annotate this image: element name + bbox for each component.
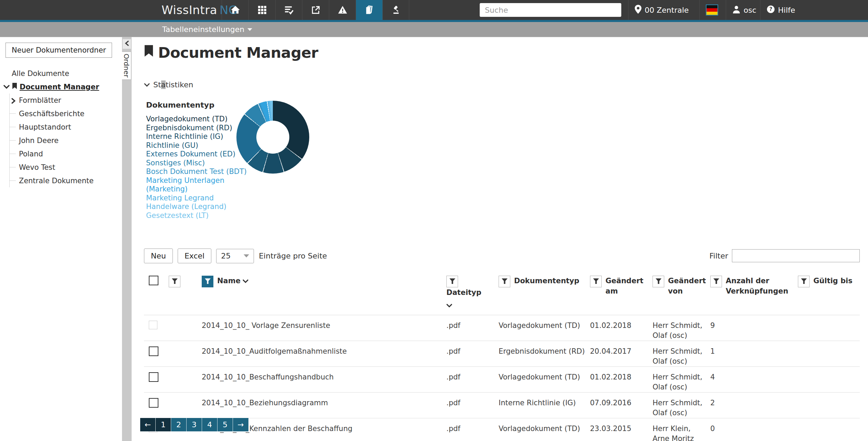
tree-item-gesch-ftsberichte[interactable]: Geschäftsberichte (10, 107, 119, 120)
column-header-name[interactable]: Name (202, 274, 446, 315)
collapse-sidebar-button[interactable] (123, 39, 131, 49)
table-settings-dropdown[interactable]: Tabelleneinstellungen (162, 25, 252, 34)
page-size-select[interactable]: 25 (216, 249, 254, 263)
row-checkbox[interactable] (149, 346, 158, 356)
legend-item[interactable]: Vorlagedokument (TD) (146, 115, 251, 124)
nav-tasks-button[interactable] (275, 0, 302, 20)
legend-item[interactable]: Ergebnisdokument (RD) (146, 124, 251, 133)
tree-line (10, 180, 16, 181)
gueltig-bis-filter-button[interactable] (798, 276, 810, 287)
nav-risks-button[interactable] (329, 0, 356, 20)
previous-page-button[interactable]: ← (140, 418, 156, 431)
column-header-dokumententyp[interactable]: Dokumententyp (499, 274, 590, 315)
tree-item-wevo-test[interactable]: Wevo Test (10, 161, 119, 174)
folder-panel-tab[interactable]: Ordner (122, 52, 131, 80)
row-checkbox[interactable] (149, 372, 158, 382)
column-header-geaendert-am[interactable]: Geändert am (590, 274, 653, 315)
nav-stamp-button[interactable] (382, 0, 409, 20)
chevron-right-icon[interactable] (11, 97, 16, 106)
tree-item-john-deere[interactable]: John Deere (10, 134, 119, 147)
statistics-label: Statistiken (153, 80, 193, 89)
sidebar-splitter[interactable] (122, 37, 132, 441)
row-checkbox[interactable] (149, 398, 158, 408)
legend-item[interactable]: Interne Richtlinie (IG) (146, 132, 251, 141)
location-selector[interactable]: 00 Zentrale (628, 0, 695, 20)
nav-apps-button[interactable] (248, 0, 275, 20)
filetype-cell: .pdf (446, 315, 499, 341)
table-row[interactable]: 2014_10_10_Beziehungsdiagramm .pdf Inter… (144, 393, 860, 418)
documents-table: Name Dateityp (144, 274, 860, 441)
filetype-cell: .pdf (446, 367, 499, 393)
tree-item-label: Formblätter (19, 96, 61, 104)
doctype-cell: Ergebnisdokument (RD) (499, 341, 590, 367)
document-name-cell[interactable]: 2014_10_10_Beziehungsdiagramm (202, 393, 446, 418)
new-document-button[interactable]: Neu (144, 249, 173, 263)
nav-share-button[interactable] (302, 0, 329, 20)
legend-item[interactable]: Marketing Unterlagen (Marketing) (146, 176, 251, 194)
tree-item-hauptstandort[interactable]: Hauptstandort (10, 120, 119, 134)
page-button-3[interactable]: 3 (187, 418, 202, 431)
table-settings-label: Tabelleneinstellungen (162, 25, 244, 34)
table-row[interactable]: 2014_10_10_ Vorlage Zensurenliste .pdf V… (144, 315, 860, 341)
column-header-anzahl-verknuepfungen[interactable]: Anzahl der Verknüpfungen (710, 274, 798, 315)
legend-item[interactable]: Bosch Dokument Test (BDT) (146, 167, 251, 176)
column-header-dateityp[interactable]: Dateityp (446, 274, 499, 315)
filetype-cell: .pdf (446, 393, 499, 418)
filter-funnel-icon (656, 276, 661, 287)
legend-item[interactable]: Handelware (Legrand) (146, 202, 251, 211)
next-page-button[interactable]: → (233, 418, 248, 431)
name-filter-button[interactable] (202, 276, 213, 287)
legend-item[interactable]: Richtlinie (GU) (146, 141, 251, 150)
tree-item-poland[interactable]: Poland (10, 147, 119, 161)
user-menu[interactable]: osc (726, 0, 763, 20)
legend-item[interactable]: Sonstiges (Misc) (146, 159, 251, 168)
tree-item-all-documents[interactable]: Alle Dokumente (0, 67, 119, 80)
tree-item-document-manager[interactable]: Document Manager (0, 80, 119, 93)
page-button-5[interactable]: 5 (218, 418, 233, 431)
geaendert-am-filter-button[interactable] (590, 276, 602, 287)
row-checkbox[interactable] (149, 321, 157, 329)
table-row[interactable]: 2014_10_10_Beschaffungshandbuch .pdf Vor… (144, 367, 860, 393)
filter-group: Filter (710, 249, 860, 262)
changed-by-cell: Herr Schmidt, Olaf (osc) (653, 341, 710, 367)
filter-input[interactable] (732, 249, 860, 262)
link-count-cell: 2 (710, 393, 798, 418)
legend-item[interactable]: Marketing Legrand (146, 194, 251, 203)
excel-export-button[interactable]: Excel (178, 249, 211, 263)
doctype-cell: Interne Richtlinie (IG) (499, 393, 590, 418)
select-all-checkbox[interactable] (149, 276, 158, 285)
filter-funnel-icon (593, 276, 599, 287)
nav-home-button[interactable] (222, 0, 248, 20)
search-input[interactable] (480, 3, 621, 17)
column-header-geaendert-von[interactable]: Geändert von (653, 274, 710, 315)
dokumententyp-filter-button[interactable] (499, 276, 510, 287)
page-size-value: 25 (221, 252, 231, 260)
page-button-2[interactable]: 2 (171, 418, 187, 431)
folder-panel-tab-label: Ordner (122, 54, 131, 78)
language-selector[interactable] (699, 0, 724, 20)
page-button-1-active[interactable]: 1 (156, 418, 171, 431)
document-name-cell[interactable]: 2014_10_10_Beschaffungshandbuch (202, 367, 446, 393)
tree-item-zentrale-dokumente[interactable]: Zentrale Dokumente (10, 174, 119, 187)
help-menu[interactable]: ? Hilfe (760, 0, 801, 20)
legend-item[interactable]: Gesetzestext (LT) (146, 211, 251, 220)
document-name-cell[interactable]: 2014_10_10_ Vorlage Zensurenliste (202, 315, 446, 341)
nav-documents-button[interactable] (356, 0, 382, 20)
legend-item[interactable]: Externes Dokument (ED) (146, 150, 251, 159)
tree-item-formbl-tter[interactable]: Formblätter (10, 93, 119, 107)
valid-until-cell (798, 393, 860, 418)
doctype-donut-chart[interactable] (236, 101, 309, 174)
document-name-cell[interactable]: 2014_10_10_Auditfolgemaßnahmenliste (202, 341, 446, 367)
new-folder-button[interactable]: Neuer Dokumentenordner (5, 43, 112, 58)
statistics-toggle[interactable]: Statistiken (144, 80, 860, 89)
geaendert-von-filter-button[interactable] (653, 276, 664, 287)
selection-filter-button[interactable] (169, 276, 180, 287)
statistics-panel: Dokumententyp Vorlagedokument (TD)Ergebn… (144, 101, 860, 220)
dateityp-filter-button[interactable] (446, 276, 458, 287)
column-header-gueltig-bis[interactable]: Gültig bis (798, 274, 860, 315)
page-button-4[interactable]: 4 (202, 418, 218, 431)
table-row[interactable]: 2014_10_10_Auditfolgemaßnahmenliste .pdf… (144, 341, 860, 367)
table-row[interactable]: 2014_10_10_Kennzahlen der Beschaffung .p… (144, 418, 860, 441)
filter-funnel-icon (172, 276, 178, 287)
anzahl-filter-button[interactable] (710, 276, 722, 287)
